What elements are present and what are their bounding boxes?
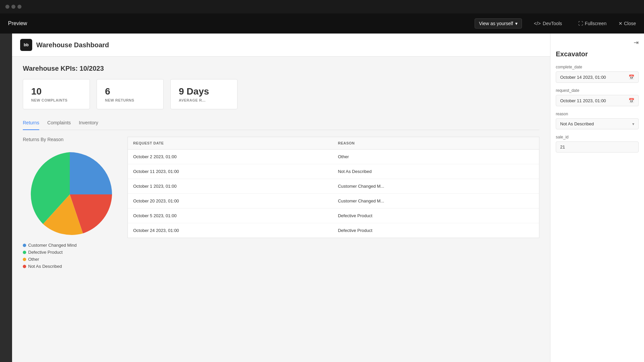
topbar-dot — [5, 5, 9, 9]
legend-label-notasdescribed: Not As Described — [28, 264, 62, 269]
legend-item-notasdescribed: Not As Described — [23, 264, 117, 269]
table-cell-date: October 20 2023, 01:00 — [128, 194, 332, 208]
legend-dot-defective — [23, 251, 26, 254]
request-date-value: October 11 2023, 01:00 — [560, 98, 606, 103]
chevron-down-icon: ▾ — [632, 122, 634, 126]
dashboard-content: bb Warehouse Dashboard Warehouse KPIs: 1… — [12, 34, 550, 362]
request-date-input[interactable]: October 11 2023, 01:00 📅 — [556, 95, 639, 106]
table-row[interactable]: October 1 2023, 01:00 Customer Changed M… — [128, 179, 539, 194]
table-cell-reason: Other — [332, 149, 539, 164]
sale-id-field: sale_id 21 — [556, 135, 639, 153]
fullscreen-button[interactable]: ⛶ Fullscreen — [574, 19, 611, 28]
topbar-dots — [5, 5, 21, 9]
returns-table-container: REQUEST DATE REASON October 2 2023, 01:0… — [127, 137, 539, 238]
view-as-button[interactable]: View as yourself ▾ — [475, 18, 522, 28]
kpi-returns-label: NEW RETURNS — [105, 98, 155, 102]
table-header-row: REQUEST DATE REASON — [128, 137, 539, 149]
pie-chart-container: Returns By Reason — [23, 137, 117, 271]
kpi-cards: 10 NEW COMPLAINTS 6 NEW RETURNS 9 Days A… — [23, 79, 539, 109]
sale-id-value: 21 — [556, 141, 639, 153]
excavator-title: Excavator — [556, 48, 639, 58]
tab-complaints[interactable]: Complaints — [47, 120, 71, 130]
tabs-bar: Returns Complaints Inventory — [23, 120, 539, 130]
table-row[interactable]: October 5 2023, 01:00 Defective Product — [128, 208, 539, 223]
dashboard-title: Warehouse Dashboard — [36, 41, 109, 49]
complete-date-input[interactable]: October 14 2023, 01:00 📅 — [556, 71, 639, 83]
preview-bar: Preview View as yourself ▾ </> DevTools … — [0, 13, 644, 34]
reason-label: reason — [556, 112, 639, 116]
reason-value: Not As Described — [560, 121, 594, 126]
topbar-dot — [17, 5, 21, 9]
returns-section: Returns By Reason — [23, 137, 539, 271]
preview-bar-actions: View as yourself ▾ </> DevTools ⛶ Fullsc… — [475, 18, 636, 28]
pie-legend: Customer Changed Mind Defective Product … — [23, 243, 117, 269]
dashboard-body: Warehouse KPIs: 10/2023 10 NEW COMPLAINT… — [12, 57, 550, 279]
kpi-average-value: 9 Days — [179, 86, 229, 97]
app-topbar — [0, 0, 644, 13]
kpi-card-returns: 6 NEW RETURNS — [97, 79, 164, 109]
close-button[interactable]: ✕ Close — [619, 21, 636, 26]
table-cell-reason: Not As Described — [332, 164, 539, 179]
kpi-returns-value: 6 — [105, 86, 155, 97]
table-cell-date: October 5 2023, 01:00 — [128, 208, 332, 223]
pie-chart-title: Returns By Reason — [23, 137, 117, 142]
devtools-button[interactable]: </> DevTools — [530, 19, 566, 28]
close-icon: ✕ — [619, 21, 623, 26]
kpi-average-label: AVERAGE R... — [179, 98, 229, 102]
table-cell-date: October 11 2023, 01:00 — [128, 164, 332, 179]
returns-table: REQUEST DATE REASON October 2 2023, 01:0… — [128, 137, 539, 238]
legend-label-customer: Customer Changed Mind — [28, 243, 77, 248]
view-as-label: View as yourself — [479, 21, 513, 26]
request-date-label: request_date — [556, 88, 639, 93]
table-cell-date: October 24 2023, 01:00 — [128, 223, 332, 238]
legend-dot-customer — [23, 244, 26, 247]
complete-date-value: October 14 2023, 01:00 — [560, 75, 606, 80]
kpi-section-title: Warehouse KPIs: 10/2023 — [23, 65, 539, 72]
kpi-complaints-label: NEW COMPLAINTS — [31, 98, 82, 102]
pie-chart — [23, 147, 117, 241]
legend-item-defective: Defective Product — [23, 250, 117, 255]
calendar-icon-complete: 📅 — [629, 74, 634, 80]
legend-item-customer: Customer Changed Mind — [23, 243, 117, 248]
bb-logo: bb — [20, 39, 32, 51]
complete-date-field: complete_date October 14 2023, 01:00 📅 — [556, 65, 639, 83]
table-cell-date: October 2 2023, 01:00 — [128, 149, 332, 164]
calendar-icon-request: 📅 — [629, 98, 634, 103]
col-request-date: REQUEST DATE — [128, 137, 332, 149]
table-row[interactable]: October 20 2023, 01:00 Customer Changed … — [128, 194, 539, 208]
table-row[interactable]: October 11 2023, 01:00 Not As Described — [128, 164, 539, 179]
table-cell-reason: Defective Product — [332, 208, 539, 223]
kpi-card-average: 9 Days AVERAGE R... — [170, 79, 237, 109]
dashboard-header: bb Warehouse Dashboard — [12, 34, 550, 57]
table-cell-reason: Customer Changed M... — [332, 179, 539, 194]
table-row[interactable]: October 24 2023, 01:00 Defective Product — [128, 223, 539, 238]
table-cell-reason: Customer Changed M... — [332, 194, 539, 208]
sale-id-label: sale_id — [556, 135, 639, 139]
fullscreen-label: Fullscreen — [585, 21, 607, 26]
devtools-label: DevTools — [543, 21, 562, 26]
reason-select[interactable]: Not As Described ▾ — [556, 118, 639, 129]
legend-dot-other — [23, 258, 26, 261]
chevron-down-icon: ▾ — [515, 21, 518, 26]
table-cell-reason: Defective Product — [332, 223, 539, 238]
left-sidebar — [0, 34, 12, 362]
kpi-complaints-value: 10 — [31, 86, 82, 97]
legend-label-defective: Defective Product — [28, 250, 63, 255]
legend-dot-notasdescribed — [23, 265, 26, 268]
topbar-dot — [11, 5, 15, 9]
table-cell-date: October 1 2023, 01:00 — [128, 179, 332, 194]
complete-date-label: complete_date — [556, 65, 639, 69]
legend-item-other: Other — [23, 257, 117, 262]
reason-field: reason Not As Described ▾ — [556, 112, 639, 129]
tab-returns[interactable]: Returns — [23, 120, 39, 130]
kpi-card-complaints: 10 NEW COMPLAINTS — [23, 79, 90, 109]
tab-inventory[interactable]: Inventory — [79, 120, 98, 130]
table-row[interactable]: October 2 2023, 01:00 Other — [128, 149, 539, 164]
main-wrapper: bb Warehouse Dashboard Warehouse KPIs: 1… — [0, 34, 644, 362]
fullscreen-icon: ⛶ — [578, 21, 583, 26]
devtools-icon: </> — [534, 21, 541, 26]
close-label: Close — [624, 21, 636, 26]
preview-label: Preview — [8, 20, 27, 26]
expand-icon[interactable]: ⇥ — [634, 39, 639, 46]
legend-label-other: Other — [28, 257, 39, 262]
